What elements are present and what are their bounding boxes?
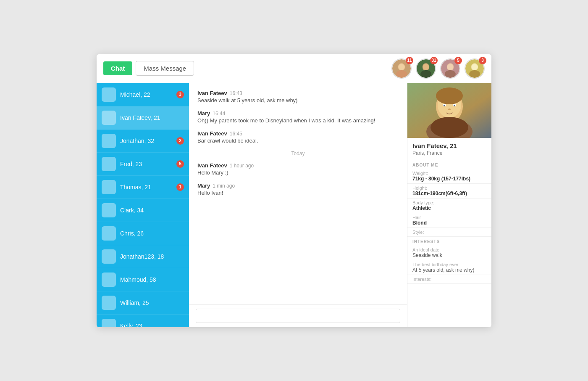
chat-messages: Ivan Fateev16:43Seaside walk at 5 years …	[189, 83, 407, 304]
contact-item[interactable]: Jonathan123, 18	[97, 245, 189, 268]
message-sender-line: Mary1 min ago	[197, 183, 399, 189]
contact-name: Fred, 23	[120, 161, 176, 167]
sender-name: Mary	[197, 183, 210, 189]
contact-name: Clark, 34	[120, 207, 184, 214]
sender-time: 16:45	[230, 131, 242, 137]
contact-item[interactable]: Fred, 235	[97, 153, 189, 176]
contact-item[interactable]: Mahmoud, 58	[97, 268, 189, 291]
profile-interest-label: Interests:	[412, 277, 486, 282]
profile-interest-value: At 5 years old, ask me why)	[412, 267, 486, 273]
profile-interests: An ideal dateSeaside walkThe best birthd…	[407, 246, 491, 284]
profile-panel: Ivan Fateev, 21 Paris, France ABOUT ME W…	[407, 83, 491, 327]
profile-interest-field: The best birthday ever:At 5 years old, a…	[407, 260, 491, 275]
contact-name: Mahmoud, 58	[120, 276, 184, 283]
svg-point-14	[469, 70, 480, 77]
profile-field-label: Hair	[412, 215, 486, 220]
profile-interest-value: Seaside walk	[412, 252, 486, 258]
contact-name: Chris, 26	[120, 230, 184, 237]
avatar-2[interactable]: 31	[416, 58, 436, 79]
profile-field-label: Style:	[412, 230, 486, 235]
sender-time: 16:43	[230, 90, 242, 96]
svg-point-3	[399, 64, 405, 70]
contact-avatar	[102, 249, 116, 264]
app-container: Chat Mass Message 11	[97, 54, 491, 327]
interests-title: INTERESTS	[407, 237, 491, 246]
message-text: Oh)) My parents took me to Disneyland wh…	[197, 117, 399, 124]
sender-name: Ivan Fateev	[197, 130, 227, 137]
profile-photo	[407, 83, 491, 138]
contact-item[interactable]: Michael, 223	[97, 83, 189, 106]
message-sender-line: Ivan Fateev16:45	[197, 130, 399, 137]
contact-name: Jonathan123, 18	[120, 253, 184, 260]
contact-item[interactable]: Thomas, 211	[97, 176, 189, 199]
svg-point-2	[396, 70, 407, 77]
svg-point-7	[423, 64, 429, 70]
svg-point-25	[444, 105, 445, 106]
message-block: Ivan Fateev16:45Bar crawl would be ideal…	[197, 130, 399, 144]
avatar-1[interactable]: 11	[391, 58, 412, 79]
svg-point-11	[447, 64, 454, 70]
message-text: Hello Ivan!	[197, 190, 399, 196]
header: Chat Mass Message 11	[97, 54, 491, 83]
svg-point-15	[472, 64, 478, 70]
avatar-3-badge: 5	[454, 57, 462, 64]
contact-name: Kelly, 23	[120, 323, 184, 327]
contact-item[interactable]: William, 25	[97, 291, 189, 315]
avatar-4-badge: 3	[479, 57, 486, 64]
contact-avatar	[102, 111, 116, 125]
contact-name: William, 25	[120, 299, 184, 306]
contact-name: Jonathan, 32	[120, 138, 176, 144]
profile-interest-field: An ideal dateSeaside walk	[407, 246, 491, 260]
svg-point-10	[445, 70, 456, 77]
contact-avatar	[102, 273, 116, 287]
chat-input-area	[189, 304, 407, 327]
contact-item[interactable]: Jonathan, 322	[97, 130, 189, 153]
profile-field: Body type:Athletic	[407, 198, 491, 213]
message-block: Ivan Fateev16:43Seaside walk at 5 years …	[197, 90, 399, 103]
profile-field-value: Blond	[412, 220, 486, 226]
contact-badge: 5	[176, 160, 184, 168]
message-block: Ivan Fateev1 hour agoHello Mary :)	[197, 162, 399, 176]
avatar-3[interactable]: 5	[440, 58, 460, 79]
profile-location: Paris, France	[407, 150, 491, 160]
chat-button[interactable]: Chat	[103, 61, 132, 75]
contact-avatar	[102, 157, 116, 171]
sender-name: Mary	[197, 110, 210, 116]
message-text: Bar crawl would be ideal.	[197, 138, 399, 144]
avatar-4[interactable]: 3	[465, 58, 485, 79]
contact-item[interactable]: Kelly, 23	[97, 315, 189, 327]
message-sender-line: Mary16:44	[197, 110, 399, 116]
profile-field-value: Athletic	[412, 205, 486, 211]
message-block: Mary1 min agoHello Ivan!	[197, 183, 399, 196]
sender-name: Ivan Fateev	[197, 162, 227, 169]
contact-avatar	[102, 134, 116, 148]
profile-field: Height:181cm-190cm(6ft-6,3ft)	[407, 184, 491, 198]
svg-point-20	[436, 87, 463, 104]
sender-name: Ivan Fateev	[197, 90, 227, 96]
header-avatars: 11 31	[391, 58, 485, 79]
contact-item[interactable]: Chris, 26	[97, 222, 189, 245]
contact-avatar	[102, 226, 116, 241]
about-me-title: ABOUT ME	[407, 160, 491, 169]
profile-field-label: Weight:	[412, 171, 486, 176]
profile-field: Style:	[407, 228, 491, 237]
avatar-2-badge: 31	[430, 57, 438, 64]
profile-field-value: 71kg - 80kg (157-177lbs)	[412, 176, 486, 182]
contact-avatar	[102, 180, 116, 194]
chat-input[interactable]	[196, 309, 400, 323]
profile-interest-label: An ideal date	[412, 247, 486, 252]
profile-interest-label: The best birthday ever:	[412, 262, 486, 267]
sender-time: 1 hour ago	[230, 163, 254, 169]
svg-point-6	[420, 70, 431, 77]
mass-message-button[interactable]: Mass Message	[136, 61, 194, 76]
message-text: Seaside walk at 5 years old, ask me why)	[197, 97, 399, 103]
contact-item[interactable]: Ivan Fateev, 21	[97, 106, 189, 130]
profile-field-label: Height:	[412, 185, 486, 190]
profile-name: Ivan Fateev, 21	[407, 138, 491, 150]
svg-point-27	[448, 108, 451, 110]
contact-item[interactable]: Clark, 34	[97, 199, 189, 222]
main-layout: Michael, 223Ivan Fateev, 21Jonathan, 322…	[97, 83, 491, 327]
profile-interest-field: Interests:	[407, 275, 491, 284]
contact-badge: 2	[176, 137, 184, 145]
date-separator: Today	[197, 151, 399, 156]
